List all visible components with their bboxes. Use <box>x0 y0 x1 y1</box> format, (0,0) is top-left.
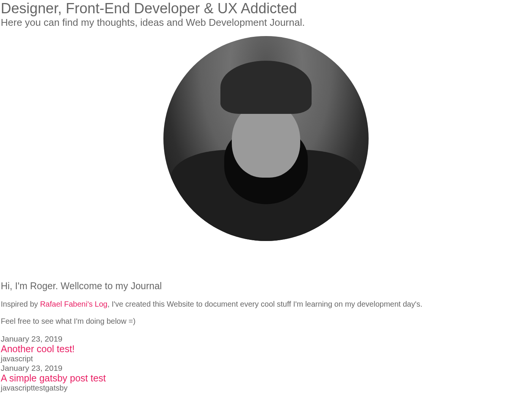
avatar-container <box>1 36 531 243</box>
post-date: January 23, 2019 <box>1 334 531 343</box>
post-title-link[interactable]: A simple gatsby post test <box>1 373 531 384</box>
post-title-link[interactable]: Another cool test! <box>1 343 531 354</box>
post-date: January 23, 2019 <box>1 363 531 373</box>
page-subtitle: Here you can find my thoughts, ideas and… <box>1 17 531 28</box>
post-item: January 23, 2019 Another cool test! java… <box>1 334 531 363</box>
avatar-image <box>163 36 369 241</box>
post-list: January 23, 2019 Another cool test! java… <box>1 334 531 392</box>
intro-feel-free: Feel free to see what I'm doing below =) <box>1 317 531 326</box>
post-tags: javascripttestgatsby <box>1 384 531 392</box>
intro-inspired: Inspired by Rafael Fabeni's Log, I've cr… <box>1 300 531 309</box>
inspired-link[interactable]: Rafael Fabeni's Log <box>40 300 107 308</box>
inspired-prefix: Inspired by <box>1 300 40 308</box>
post-tags: javascript <box>1 354 531 363</box>
intro-greeting: Hi, I'm Roger. Wellcome to my Journal <box>1 280 531 291</box>
inspired-suffix: , I've created this Website to document … <box>108 300 423 308</box>
page-title: Designer, Front-End Developer & UX Addic… <box>1 1 531 17</box>
post-item: January 23, 2019 A simple gatsby post te… <box>1 363 531 392</box>
